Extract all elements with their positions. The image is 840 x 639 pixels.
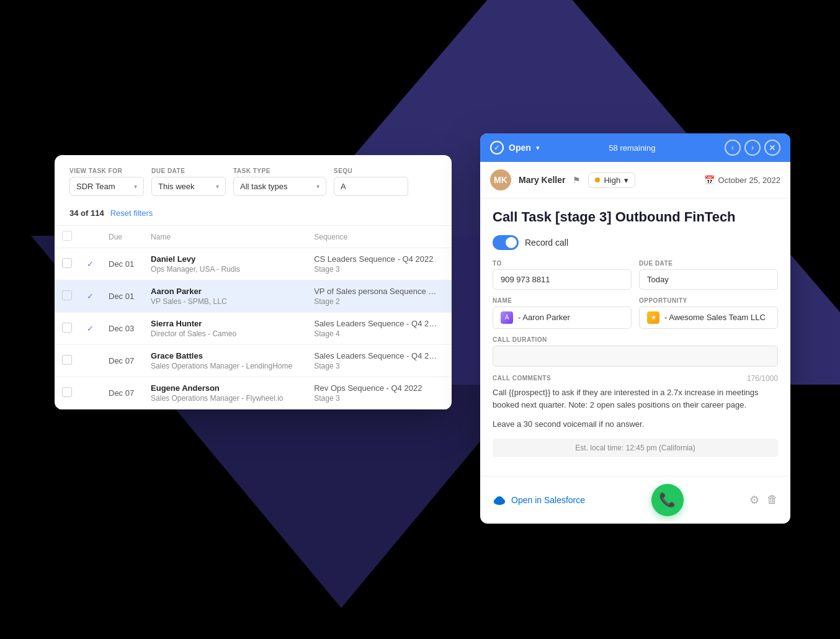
task-table: Due Name Sequence ✓ Dec 01 Daniel Levy O… xyxy=(55,225,452,409)
field-name: NAME A - Aaron Parker xyxy=(493,297,632,329)
row-name-1: Daniel Levy Ops Manager, USA - Rudis xyxy=(143,248,306,280)
row-due-5: Dec 07 xyxy=(101,377,143,409)
close-button[interactable]: ✕ xyxy=(764,140,780,156)
task-panel: VIEW TASK FOR SDR Team ▾ DUE DATE This w… xyxy=(55,155,452,409)
task-panel-header: VIEW TASK FOR SDR Team ▾ DUE DATE This w… xyxy=(55,155,452,225)
filter-value-seq: A xyxy=(341,182,346,191)
filter-select-view[interactable]: SDR Team ▾ xyxy=(69,177,144,196)
col-sequence: Sequence xyxy=(306,226,452,248)
record-call-row: Record call xyxy=(493,235,778,250)
reset-filters-button[interactable]: Reset filters xyxy=(110,208,153,218)
field-due-date: DUE DATE Today xyxy=(639,260,778,290)
field-opportunity: OPPORTUNITY ★ - Awesome Sales Team LLC xyxy=(639,297,778,329)
row-due-1: Dec 01 xyxy=(101,248,143,280)
filter-group-due: DUE DATE This week ▾ xyxy=(151,168,226,196)
row-seq-5: Rev Ops Sequence - Q4 2022 Stage 3 xyxy=(306,377,452,409)
results-row: 34 of 114 Reset filters xyxy=(69,203,437,225)
task-date: October 25, 2022 xyxy=(718,176,780,185)
filter-select-seq[interactable]: A xyxy=(334,177,408,196)
results-count: 34 of 114 xyxy=(69,208,104,218)
input-duration[interactable] xyxy=(493,346,778,367)
input-due-date[interactable]: Today xyxy=(639,269,778,290)
header-checkbox[interactable] xyxy=(62,231,72,241)
next-button[interactable]: › xyxy=(744,140,761,156)
status-dropdown-icon[interactable]: ▾ xyxy=(536,144,540,152)
table-row[interactable]: Dec 07 Grace Battles Sales Operations Ma… xyxy=(55,345,452,377)
row-seq-3: Sales Leaders Sequence - Q4 2022 Stage 4 xyxy=(306,313,452,345)
comments-text-2: Leave a 30 second voicemail if no answer… xyxy=(493,418,778,431)
settings-icon[interactable]: ⚙ xyxy=(749,493,759,507)
call-panel-topbar: ✓ Open ▾ 58 remaining ‹ › ✕ xyxy=(480,133,790,162)
row-due-2: Dec 01 xyxy=(101,280,143,313)
footer-right: ⚙ 🗑 xyxy=(749,493,778,507)
avatar: MK xyxy=(490,169,511,190)
filter-group-view: VIEW TASK FOR SDR Team ▾ xyxy=(69,168,144,196)
row-name-2: Aaron Parker VP Sales - SPMB, LLC xyxy=(143,280,306,313)
filter-value-type: All task types xyxy=(240,182,288,191)
call-button[interactable]: 📞 xyxy=(651,484,684,516)
next-icon: › xyxy=(751,143,754,152)
call-panel: ✓ Open ▾ 58 remaining ‹ › ✕ MK Mary Kell… xyxy=(480,133,790,524)
filter-select-type[interactable]: All task types ▾ xyxy=(233,177,326,196)
field-to: TO 909 973 8811 xyxy=(493,260,632,290)
checkbox-icon[interactable] xyxy=(62,355,72,365)
filter-label-type: TASK TYPE xyxy=(233,168,326,174)
opportunity-icon: ★ xyxy=(647,311,659,324)
table-row[interactable]: ✓ Dec 01 Daniel Levy Ops Manager, USA - … xyxy=(55,248,452,280)
row-checkbox-4[interactable] xyxy=(55,345,79,377)
row-seq-1: CS Leaders Sequence - Q4 2022 Stage 3 xyxy=(306,248,452,280)
contact-icon: A xyxy=(501,311,513,324)
input-phone[interactable]: 909 973 8811 xyxy=(493,269,632,290)
check-icon: ✓ xyxy=(494,143,500,152)
checkbox-icon[interactable] xyxy=(62,323,72,333)
row-checkbox-5[interactable] xyxy=(55,377,79,409)
table-row[interactable]: Dec 07 Eugene Anderson Sales Operations … xyxy=(55,377,452,409)
table-row[interactable]: ✓ Dec 01 Aaron Parker VP Sales - SPMB, L… xyxy=(55,280,452,313)
chevron-down-icon-2: ▾ xyxy=(216,183,219,190)
row-status-4 xyxy=(79,345,101,377)
record-call-label: Record call xyxy=(525,238,568,248)
salesforce-label: Open in Salesforce xyxy=(511,495,585,505)
filter-label-due: DUE DATE xyxy=(151,168,226,174)
contact-name-value: - Aaron Parker xyxy=(518,313,570,322)
delete-icon[interactable]: 🗑 xyxy=(767,493,778,506)
col-name: Name xyxy=(143,226,306,248)
contact-name: Mary Keller xyxy=(519,175,565,185)
priority-label: High xyxy=(604,176,620,185)
flag-icon[interactable]: ⚑ xyxy=(573,175,581,185)
open-in-salesforce-button[interactable]: Open in Salesforce xyxy=(493,495,585,505)
checkbox-icon[interactable] xyxy=(62,290,72,300)
col-checkbox xyxy=(55,226,79,248)
field-call-duration: CALL DURATION xyxy=(493,336,778,367)
prev-button[interactable]: ‹ xyxy=(725,140,741,156)
record-call-toggle[interactable] xyxy=(493,235,519,250)
row-checkbox-1[interactable] xyxy=(55,248,79,280)
field-label-to: TO xyxy=(493,260,632,267)
col-due: Due xyxy=(101,226,143,248)
close-icon: ✕ xyxy=(769,143,776,153)
input-contact-name[interactable]: A - Aaron Parker xyxy=(493,306,632,329)
table-row[interactable]: ✓ Dec 03 Sierra Hunter Director of Sales… xyxy=(55,313,452,345)
filter-group-seq: SEQU A xyxy=(334,168,408,196)
filter-select-due[interactable]: This week ▾ xyxy=(151,177,226,196)
comments-count: 176/1000 xyxy=(747,374,778,383)
comments-text-1: Call {{prospect}} to ask if they are int… xyxy=(493,387,778,413)
est-local-time: Est. local time: 12:45 pm (California) xyxy=(493,439,778,457)
checkbox-icon[interactable] xyxy=(62,387,72,397)
col-status xyxy=(79,226,101,248)
row-checkbox-3[interactable] xyxy=(55,313,79,345)
date-info: 📅 October 25, 2022 xyxy=(704,175,780,185)
field-label-duration: CALL DURATION xyxy=(493,336,778,343)
row-checkbox-2[interactable] xyxy=(55,280,79,313)
priority-dot xyxy=(595,177,600,182)
input-opportunity[interactable]: ★ - Awesome Sales Team LLC xyxy=(639,306,778,329)
filter-label-view: VIEW TASK FOR xyxy=(69,168,144,174)
checkbox-icon[interactable] xyxy=(62,258,72,268)
call-body: Call Task [stage 3] Outbound FinTech Rec… xyxy=(480,199,790,476)
status-circle: ✓ xyxy=(490,141,504,154)
priority-badge[interactable]: High ▾ xyxy=(588,172,635,188)
filter-value-view: SDR Team xyxy=(76,182,115,191)
field-label-opportunity: OPPORTUNITY xyxy=(639,297,778,304)
filter-row: VIEW TASK FOR SDR Team ▾ DUE DATE This w… xyxy=(69,168,437,196)
filter-group-type: TASK TYPE All task types ▾ xyxy=(233,168,326,196)
